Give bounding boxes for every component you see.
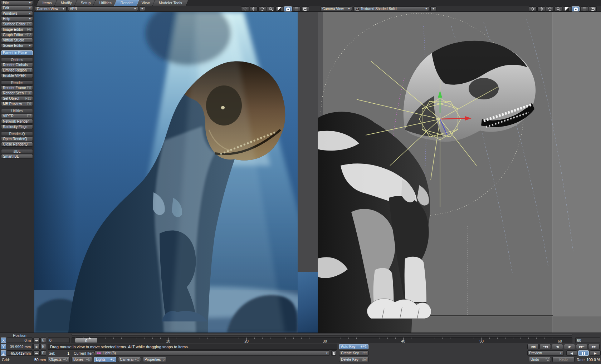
scene-editor-button[interactable]: Scene Editor▼ (1, 43, 33, 48)
maximize-viewport-icon[interactable] (563, 6, 571, 11)
z-envelope-button[interactable]: E (40, 350, 46, 356)
enable-viper-button[interactable]: Enable VIPER (1, 73, 33, 78)
preset-view-icon[interactable] (301, 6, 309, 11)
graph-editor-button[interactable]: Graph Editor^F2 (1, 33, 33, 37)
redo-button[interactable]: Redo (552, 357, 575, 362)
play-reverse-button[interactable]: ◀ (566, 350, 577, 356)
next-frame-button[interactable]: ||▶ (564, 344, 575, 349)
vpr-render-view[interactable] (34, 12, 298, 333)
previous-key-button[interactable]: +◀◀ (539, 344, 551, 349)
x-position-field[interactable]: 0 m (7, 338, 33, 343)
pan-icon[interactable] (529, 6, 537, 11)
limited-region-button[interactable]: Limited Regionl (1, 68, 33, 73)
major-ticks (72, 338, 572, 341)
mb-preview-button[interactable]: MB Preview+F9 (1, 102, 33, 106)
x-envelope-button[interactable]: E (40, 338, 46, 343)
timeline-scrollbar[interactable] (72, 334, 572, 336)
view-type-dropdown[interactable]: Camera View▼ (321, 6, 352, 11)
lightwave-layout-window: File▼ Edit▼ Windows▼ Help▼ Surface Edito… (0, 0, 601, 364)
parent-in-place-button[interactable]: Parent in Place (1, 50, 33, 55)
preset-view-icon[interactable] (589, 6, 597, 11)
pause-button[interactable] (578, 350, 589, 356)
move-icon[interactable] (250, 6, 258, 11)
timeline-ruler[interactable]: 0 10 20 30 40 50 60 0 (72, 337, 572, 343)
radiosity-flags-button[interactable]: Radiosity Flags (1, 124, 33, 129)
z-axis-toggle[interactable]: Z (1, 350, 6, 356)
menu-edit[interactable]: Edit▼ (1, 6, 33, 10)
delete-key-button[interactable]: Delete Keydel (339, 357, 368, 362)
y-envelope-button[interactable]: E (40, 344, 46, 349)
preview-dropdown[interactable]: Preview▼ (527, 350, 564, 356)
jump-start-button[interactable]: |◀◀ (527, 344, 539, 349)
rotate-icon[interactable] (258, 6, 266, 11)
z-nudge-buttons[interactable]: ◀▶ (33, 350, 40, 356)
network-render-button[interactable]: Network Render (1, 119, 33, 124)
tab-modeler-tools[interactable]: Modeler Tools (152, 0, 189, 6)
menu-icon[interactable] (580, 6, 588, 11)
viewport-options-dropdown[interactable]: ▼ (430, 6, 436, 11)
auto-key-button[interactable]: Auto Key+F1 (339, 344, 368, 349)
y-nudge-buttons[interactable]: ◀▶ (33, 344, 40, 349)
y-axis-toggle[interactable]: Y (1, 344, 6, 349)
current-frame-field[interactable]: 0 (48, 338, 70, 343)
view-type-dropdown[interactable]: Camera View▼ (35, 6, 67, 11)
jump-end-button[interactable]: ▶▶| (588, 344, 600, 349)
current-item-dropdown[interactable]: Light (3) ▼ (94, 350, 330, 356)
close-renderq-button[interactable]: Close RenderQ (1, 142, 33, 147)
surface-editor-button[interactable]: Surface EditorF5 (1, 22, 33, 26)
next-key-button[interactable]: ▶▶+ (576, 344, 587, 349)
menu-help[interactable]: Help▼ (1, 16, 33, 21)
chevron-down-icon: ▼ (29, 6, 31, 10)
x-axis-toggle[interactable]: X (1, 338, 6, 343)
viewport-left: Camera View▼ VPR▼ ▼ (34, 6, 318, 333)
chevron-down-icon: ▼ (29, 44, 31, 48)
pan-icon[interactable] (241, 6, 249, 11)
zoom-icon[interactable] (267, 6, 275, 11)
render-frame-button[interactable]: Render FrameF9 (1, 85, 33, 90)
sel-object-button[interactable]: Sel ObjectF11 (1, 96, 33, 101)
create-key-button[interactable]: Create Keyret (339, 350, 368, 356)
tab-render[interactable]: Render (114, 0, 140, 6)
lights-mode-button[interactable]: Lights+L (94, 357, 116, 362)
zoom-icon[interactable] (554, 6, 562, 11)
undo-button[interactable]: Undo^Z (529, 357, 551, 362)
smart-ibl-button[interactable]: Smart IBL (1, 154, 33, 159)
chevron-down-icon: ▼ (29, 17, 31, 21)
sel-count: 1 (57, 351, 69, 355)
opengl-render-view[interactable] (318, 12, 601, 333)
viewport-options-dropdown[interactable]: ▼ (139, 6, 145, 11)
menu-file[interactable]: File▼ (1, 0, 33, 5)
bones-mode-button[interactable]: Bones+B (72, 357, 92, 362)
camera-icon[interactable] (572, 6, 580, 11)
z-position-field[interactable]: -65.0419mm (7, 350, 33, 356)
chevron-down-icon: ▼ (141, 7, 143, 11)
render-scene-button[interactable]: Render SceneF10 (1, 91, 33, 95)
item-list-button[interactable] (331, 350, 336, 356)
chevron-down-icon: ▼ (62, 7, 65, 11)
y-position-field[interactable]: 39.9992 mm (7, 344, 33, 349)
menu-windows[interactable]: Windows▼ (1, 11, 33, 16)
play-forward-button[interactable]: ▶ (590, 350, 601, 356)
virtual-studio-button[interactable]: Virtual Studio (1, 38, 33, 43)
maximize-viewport-icon[interactable] (275, 6, 283, 11)
open-renderq-button[interactable]: Open RenderQ (1, 137, 33, 141)
render-mode-dropdown[interactable]: VPR▼ (68, 6, 138, 11)
viper-button[interactable]: VIPERF7 (1, 114, 33, 118)
x-nudge-buttons[interactable]: ◀▶ (33, 338, 40, 343)
rotate-icon[interactable] (546, 6, 554, 11)
previous-frame-button[interactable]: ◀|| (552, 344, 563, 349)
end-frame-field[interactable]: 60 (575, 338, 600, 343)
image-editor-button[interactable]: Image EditorF6 (1, 27, 33, 32)
objects-mode-button[interactable]: Objects+O (48, 357, 70, 362)
cameras-mode-button[interactable]: Cameras+C (118, 357, 141, 362)
chevron-down-icon: ▼ (432, 7, 435, 11)
camera-icon[interactable] (284, 6, 292, 11)
move-icon[interactable] (537, 6, 545, 11)
frame-slider-handle[interactable]: 0 (75, 338, 98, 343)
properties-button[interactable]: Propertiesp (143, 357, 166, 362)
render-mode-dropdown[interactable]: TTextured Shaded Solid▼ (353, 6, 429, 11)
render-edge-wedge (298, 272, 318, 333)
render-globals-button[interactable]: Render Globals (1, 63, 33, 67)
light-item-icon (96, 351, 101, 355)
menu-icon[interactable] (293, 6, 300, 11)
